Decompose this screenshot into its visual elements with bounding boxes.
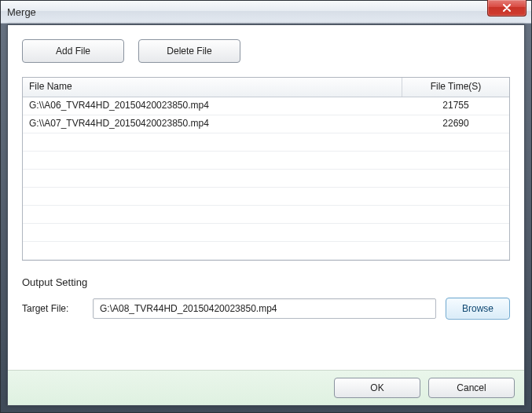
col-header-filename[interactable]: File Name <box>23 78 402 97</box>
dialog-footer: OK Cancel <box>8 370 524 405</box>
output-setting-label: Output Setting <box>22 276 510 288</box>
target-file-input[interactable]: G:\A08_TVR44HD_20150420023850.mp4 <box>93 298 436 319</box>
merge-dialog: Merge Add File Delete File File Name Fil… <box>0 0 532 413</box>
col-header-filetime[interactable]: File Time(S) <box>402 78 509 97</box>
output-row: Target File: G:\A08_TVR44HD_201504200238… <box>22 298 510 320</box>
target-file-label: Target File: <box>22 303 83 314</box>
file-name-cell: G:\\A07_TVR44HD_20150420023850.mp4 <box>23 115 402 133</box>
file-row-empty <box>23 188 509 206</box>
file-row[interactable]: G:\\A06_TVR44HD_20150420023850.mp4 21755 <box>23 97 509 115</box>
browse-button[interactable]: Browse <box>446 298 510 320</box>
close-button[interactable] <box>487 0 526 16</box>
add-file-button[interactable]: Add File <box>22 39 124 63</box>
file-row-empty <box>23 152 509 170</box>
file-row-empty <box>23 206 509 224</box>
toolbar: Add File Delete File <box>22 39 510 63</box>
file-time-cell: 21755 <box>402 97 509 115</box>
file-row-empty <box>23 242 509 260</box>
file-time-cell: 22690 <box>402 115 509 133</box>
ok-button[interactable]: OK <box>334 378 420 398</box>
client-area: Add File Delete File File Name File Time… <box>7 24 525 406</box>
output-section: Output Setting Target File: G:\A08_TVR44… <box>22 276 510 320</box>
close-icon <box>502 4 512 12</box>
file-row-empty <box>23 224 509 242</box>
file-row-empty <box>23 133 509 152</box>
titlebar[interactable]: Merge <box>1 1 531 24</box>
file-list-body: G:\\A06_TVR44HD_20150420023850.mp4 21755… <box>23 97 509 260</box>
file-list-header: File Name File Time(S) <box>23 78 509 97</box>
cancel-button[interactable]: Cancel <box>428 378 515 398</box>
file-list: File Name File Time(S) G:\\A06_TVR44HD_2… <box>22 77 510 261</box>
file-row-empty <box>23 170 509 188</box>
delete-file-button[interactable]: Delete File <box>138 39 240 63</box>
file-row[interactable]: G:\\A07_TVR44HD_20150420023850.mp4 22690 <box>23 115 509 133</box>
content: Add File Delete File File Name File Time… <box>8 25 524 370</box>
file-name-cell: G:\\A06_TVR44HD_20150420023850.mp4 <box>23 97 402 115</box>
window-title: Merge <box>7 6 36 18</box>
